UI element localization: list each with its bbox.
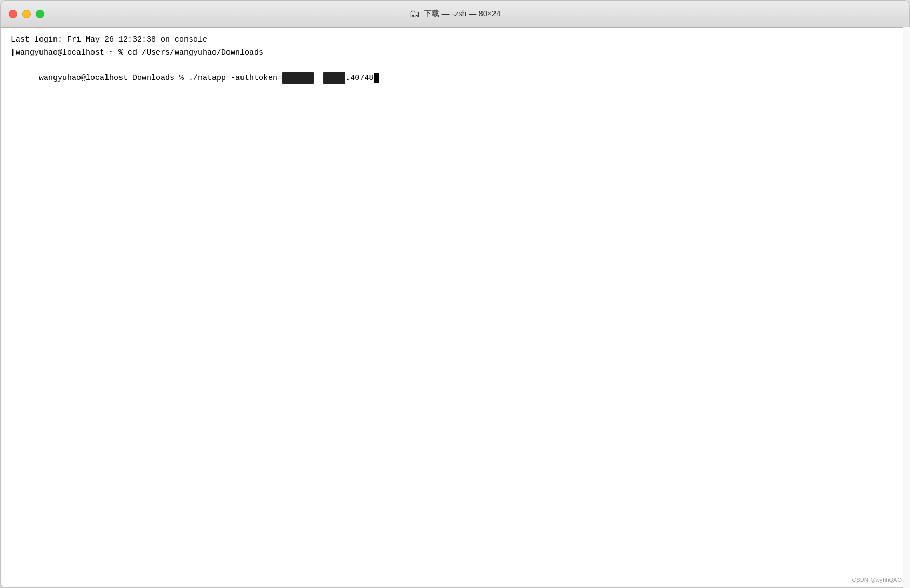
minimize-button[interactable] [22,10,31,18]
terminal-window: 🗂 下载 — -zsh — 80×24 Last login: Fri May … [0,0,910,588]
redacted-token-2: ██ █ [323,72,345,84]
terminal-line-2: [wangyuhao@localhost ~ % cd /Users/wangy… [11,47,899,60]
watermark: CSDN @wyhhQAO [852,577,902,583]
folder-icon: 🗂 [409,8,420,20]
terminal-line-1: Last login: Fri May 26 12:32:38 on conso… [11,34,899,47]
terminal-content[interactable]: Last login: Fri May 26 12:32:38 on conso… [1,28,909,587]
maximize-button[interactable] [36,10,44,18]
terminal-prompt-3: wangyuhao@localhost Downloads % ./natapp… [39,74,282,83]
traffic-lights [9,10,44,18]
redacted-token-1: █▀ ▄█▀ [282,72,314,84]
token-spacer [314,74,323,83]
terminal-line-3: wangyuhao@localhost Downloads % ./natapp… [11,60,899,98]
close-button[interactable] [9,10,17,18]
title-bar: 🗂 下载 — -zsh — 80×24 [1,1,909,28]
window-title-text: 下载 — -zsh — 80×24 [424,9,500,19]
window-title: 🗂 下载 — -zsh — 80×24 [409,8,500,20]
scrollbar[interactable] [903,27,910,588]
terminal-cursor [374,73,379,83]
token-suffix: .40748 [345,74,373,83]
